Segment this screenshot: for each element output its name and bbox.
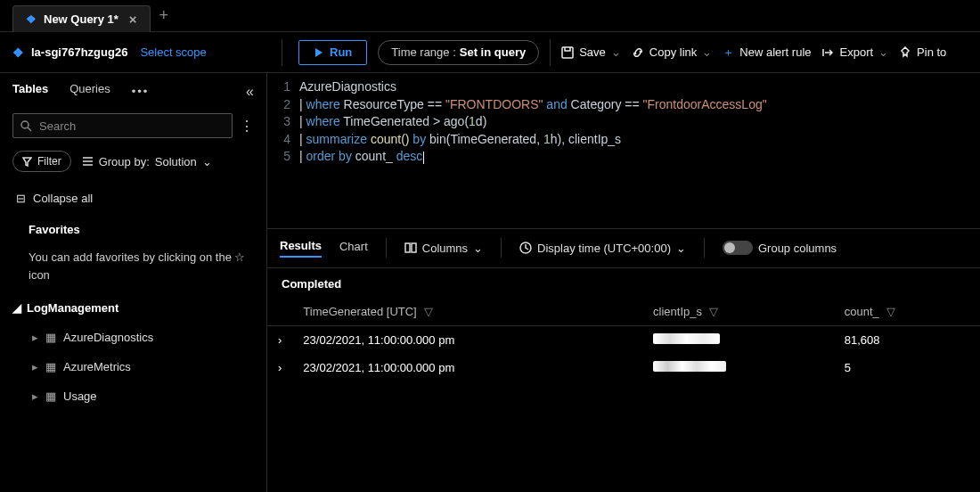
toggle-switch[interactable] — [723, 241, 753, 255]
tree-group-logmanagement[interactable]: ◢ LogManagement — [12, 301, 254, 315]
run-button[interactable]: Run — [298, 40, 367, 65]
play-icon — [314, 47, 324, 58]
table-icon: ▦ — [45, 360, 56, 373]
tab-results[interactable]: Results — [280, 239, 322, 258]
caret-down-icon: ◢ — [12, 301, 21, 315]
search-input[interactable]: Search — [12, 113, 233, 138]
save-icon — [561, 46, 574, 59]
filter-icon[interactable]: ▽ — [709, 305, 718, 318]
table-row[interactable]: › 23/02/2021, 11:00:00.000 pm 5 — [267, 354, 980, 381]
select-scope-link[interactable]: Select scope — [140, 45, 206, 59]
group-icon — [82, 156, 94, 168]
results-toolbar: Results Chart Columns ⌄ Display time (UT… — [267, 229, 980, 268]
filter-icon[interactable]: ▽ — [424, 305, 433, 318]
svg-point-1 — [21, 121, 29, 128]
tab-bar: ❖ New Query 1* × + — [0, 0, 980, 32]
query-editor[interactable]: 1 2 3 4 5 AzureDiagnostics | where Resou… — [267, 73, 980, 229]
svg-rect-0 — [562, 47, 573, 58]
table-icon: ▦ — [45, 331, 56, 344]
more-button[interactable]: ••• — [132, 85, 150, 98]
editor-pane: 1 2 3 4 5 AzureDiagnostics | where Resou… — [267, 73, 980, 492]
workspace-name[interactable]: ❖ la-sgi767hzgug26 — [12, 45, 127, 60]
tree-item-azurediagnostics[interactable]: ▸ ▦ AzureDiagnostics — [12, 331, 254, 344]
new-tab-button[interactable]: + — [159, 6, 169, 25]
columns-button[interactable]: Columns ⌄ — [404, 242, 483, 255]
caret-right-icon: ▸ — [32, 390, 38, 403]
table-row[interactable]: › 23/02/2021, 11:00:00.000 pm 81,608 — [267, 325, 980, 354]
group-columns-toggle[interactable]: Group columns — [723, 241, 837, 255]
sidebar: Tables Queries ••• « Search ⋮ Filter Gro… — [0, 73, 267, 492]
cell-clientip — [642, 325, 834, 354]
cell-count: 81,608 — [834, 325, 980, 354]
cell-time: 23/02/2021, 11:00:00.000 pm — [292, 354, 642, 381]
query-tab[interactable]: ❖ New Query 1* × — [12, 5, 151, 32]
tree-item-azuremetrics[interactable]: ▸ ▦ AzureMetrics — [12, 360, 254, 373]
collapse-icon: ⊟ — [16, 192, 26, 205]
filter-icon[interactable]: ▽ — [886, 305, 895, 318]
col-header-clientip[interactable]: clientIp_s▽ — [642, 298, 834, 326]
redacted-value — [653, 333, 720, 344]
workspace-icon: ❖ — [12, 45, 24, 60]
cell-time: 23/02/2021, 11:00:00.000 pm — [292, 325, 642, 354]
results-table: TimeGenerated [UTC]▽ clientIp_s▽ count_▽… — [267, 298, 980, 381]
divider — [550, 39, 551, 66]
chevron-down-icon: ⌄ — [676, 242, 686, 255]
tab-chart[interactable]: Chart — [339, 240, 368, 257]
filter-button[interactable]: Filter — [12, 151, 71, 172]
toolbar: ❖ la-sgi767hzgug26 Select scope Run Time… — [0, 32, 980, 73]
tab-queries[interactable]: Queries — [69, 82, 110, 101]
save-button[interactable]: Save ⌄ — [561, 45, 621, 59]
cell-count: 5 — [834, 354, 980, 381]
table-icon: ▦ — [45, 390, 56, 403]
display-time-dropdown[interactable]: Display time (UTC+00:00) ⌄ — [519, 242, 686, 255]
status-label: Completed — [267, 268, 980, 298]
line-gutter: 1 2 3 4 5 — [267, 78, 299, 166]
export-icon — [822, 46, 835, 59]
plus-icon: ＋ — [723, 45, 734, 61]
tree-item-usage[interactable]: ▸ ▦ Usage — [12, 390, 254, 403]
chevron-down-icon: ⌄ — [878, 45, 888, 59]
cursor — [423, 152, 424, 164]
chevron-down-icon: ⌄ — [702, 45, 712, 59]
clock-icon — [519, 242, 532, 254]
col-header-count[interactable]: count_▽ — [834, 298, 980, 326]
collapse-all-button[interactable]: ⊟ Collapse all — [12, 192, 254, 205]
favorites-hint: You can add favorites by clicking on the… — [12, 249, 254, 283]
time-range-button[interactable]: Time range : Set in query — [378, 40, 539, 65]
svg-rect-3 — [412, 243, 416, 252]
caret-right-icon: ▸ — [32, 331, 38, 344]
redacted-value — [653, 361, 726, 372]
pin-button[interactable]: Pin to — [899, 45, 946, 59]
pin-icon — [899, 46, 911, 59]
export-button[interactable]: Export ⌄ — [822, 45, 889, 59]
cell-clientip — [642, 354, 834, 381]
tab-tables[interactable]: Tables — [12, 82, 48, 101]
favorites-heading: Favorites — [12, 223, 254, 236]
chevron-down-icon: ⌄ — [202, 155, 212, 168]
caret-right-icon: ▸ — [32, 360, 38, 373]
col-header-time[interactable]: TimeGenerated [UTC]▽ — [292, 298, 642, 326]
close-icon[interactable]: × — [129, 12, 137, 27]
tab-title: New Query 1* — [44, 12, 118, 26]
search-icon — [20, 120, 32, 132]
search-more-icon[interactable]: ⋮ — [240, 118, 254, 135]
logs-icon: ❖ — [26, 12, 37, 26]
columns-icon — [404, 242, 417, 254]
filter-icon — [22, 157, 32, 167]
main: Tables Queries ••• « Search ⋮ Filter Gro… — [0, 73, 980, 492]
link-icon — [632, 46, 644, 59]
expand-row-icon[interactable]: › — [267, 325, 292, 354]
copy-link-button[interactable]: Copy link ⌄ — [632, 45, 712, 59]
group-by-dropdown[interactable]: Group by: Solution ⌄ — [82, 155, 212, 168]
svg-rect-2 — [405, 243, 410, 252]
chevron-down-icon: ⌄ — [473, 242, 483, 255]
divider — [282, 39, 282, 66]
expand-row-icon[interactable]: › — [267, 354, 292, 381]
collapse-sidebar-icon[interactable]: « — [246, 84, 254, 100]
chevron-down-icon: ⌄ — [611, 45, 621, 59]
code-content: AzureDiagnostics | where ResourceType ==… — [299, 78, 980, 166]
new-alert-button[interactable]: ＋ New alert rule — [723, 45, 811, 61]
